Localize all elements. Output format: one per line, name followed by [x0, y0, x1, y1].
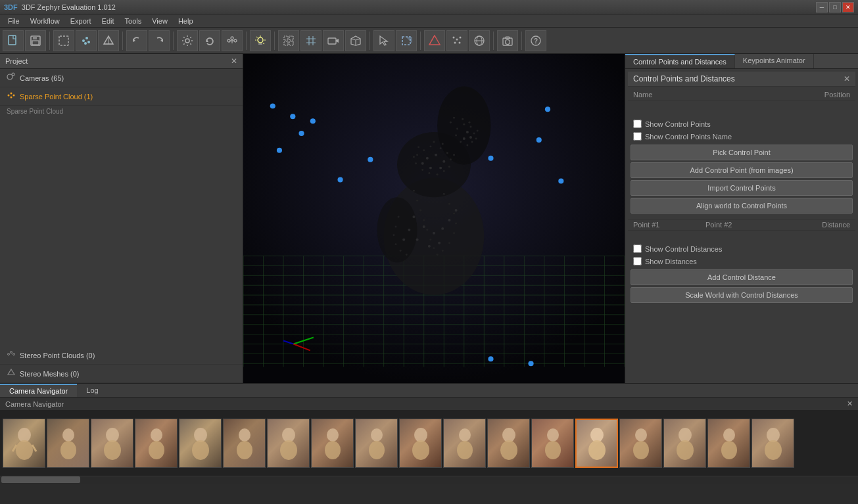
- cam-thumb-2[interactable]: [47, 419, 89, 468]
- svg-point-153: [469, 136, 472, 139]
- import-control-points-button[interactable]: Import Control Points: [631, 180, 853, 196]
- svg-point-103: [421, 169, 423, 171]
- sparse-cloud-item[interactable]: Sparse Point Cloud (1): [0, 87, 243, 106]
- undo-button[interactable]: [126, 30, 147, 51]
- cam-thumb-11[interactable]: [443, 419, 486, 468]
- cam-thumb-4[interactable]: [135, 419, 178, 468]
- cam-thumb-12[interactable]: [487, 419, 530, 468]
- cam-thumb-7[interactable]: [267, 419, 310, 468]
- tab-control-points[interactable]: Control Points and Distances: [625, 54, 735, 68]
- camera-button[interactable]: [323, 30, 344, 51]
- cam-thumb-17[interactable]: [707, 419, 750, 468]
- cam-thumb-9[interactable]: [355, 419, 398, 468]
- add-control-distance-button[interactable]: Add Control Distance: [631, 269, 853, 285]
- cam-thumb-14[interactable]: [575, 419, 618, 468]
- svg-point-218: [767, 428, 780, 442]
- right-tabs: Control Points and Distances Keypoints A…: [625, 54, 858, 69]
- cam-thumb-3[interactable]: [91, 419, 133, 468]
- project-close-button[interactable]: ✕: [231, 57, 237, 66]
- menu-workflow[interactable]: Workflow: [25, 14, 65, 28]
- menu-export[interactable]: Export: [65, 14, 97, 28]
- cam-thumb-15[interactable]: [619, 419, 662, 468]
- cameras-item[interactable]: Cameras (65): [0, 69, 243, 87]
- cam-thumb-6[interactable]: [223, 419, 266, 468]
- scale-world-button[interactable]: Scale World with Control Distances: [631, 287, 853, 303]
- tab-camera-navigator[interactable]: Camera Navigator: [0, 384, 77, 397]
- redo-button[interactable]: [149, 30, 170, 51]
- box-button[interactable]: [345, 30, 366, 51]
- show-distances-label: Show Distances: [645, 258, 697, 265]
- show-control-points-checkbox[interactable]: [633, 120, 642, 128]
- connect-button[interactable]: [222, 30, 243, 51]
- tab-log[interactable]: Log: [77, 384, 107, 396]
- point-cloud-button[interactable]: [76, 30, 97, 51]
- cam-thumb-8[interactable]: [311, 419, 354, 468]
- cam-thumb-1[interactable]: [3, 419, 45, 468]
- minimize-button[interactable]: ─: [816, 2, 828, 12]
- toolbar-sep-4: [246, 32, 247, 50]
- select-button[interactable]: [53, 30, 74, 51]
- view-points-button[interactable]: [278, 30, 299, 51]
- new-project-button[interactable]: [3, 30, 24, 51]
- mesh-button[interactable]: [98, 30, 119, 51]
- distance-header: Distance: [778, 221, 850, 229]
- svg-point-145: [426, 157, 429, 160]
- toolbar-sep-3: [173, 32, 174, 50]
- camera-photo-button[interactable]: [497, 30, 518, 51]
- cam-thumb-18[interactable]: [751, 419, 794, 468]
- maximize-button[interactable]: □: [829, 2, 841, 12]
- cam-nav-close-button[interactable]: ✕: [847, 400, 853, 408]
- stereo-meshes-item[interactable]: Stereo Meshes (0): [0, 365, 243, 383]
- menu-edit[interactable]: Edit: [97, 14, 120, 28]
- svg-point-168: [290, 114, 295, 119]
- show-control-points-name-row: Show Control Points Name: [628, 130, 855, 143]
- distance-table-header: Point #1 Point #2 Distance: [628, 219, 855, 231]
- svg-point-48: [8, 95, 10, 97]
- svg-point-202: [414, 428, 427, 442]
- panel-close-button[interactable]: ✕: [844, 74, 850, 83]
- wireframe-button[interactable]: [424, 30, 445, 51]
- help-button[interactable]: ?: [525, 30, 546, 51]
- cursor-button[interactable]: [373, 30, 394, 51]
- cam-thumb-10[interactable]: [399, 419, 442, 468]
- svg-point-126: [419, 210, 421, 212]
- svg-point-47: [12, 73, 14, 76]
- points-button[interactable]: [446, 30, 467, 51]
- add-control-point-button[interactable]: Add Control Point (from images): [631, 162, 853, 178]
- menu-file[interactable]: File: [3, 14, 25, 28]
- show-control-points-name-checkbox[interactable]: [633, 132, 642, 141]
- close-button[interactable]: ✕: [842, 2, 854, 12]
- svg-point-116: [460, 141, 462, 143]
- tab-keypoints-animator[interactable]: Keypoints Animator: [735, 54, 814, 68]
- menu-help[interactable]: Help: [173, 14, 199, 28]
- titlebar-controls[interactable]: ─ □ ✕: [816, 2, 854, 12]
- svg-rect-2: [33, 36, 37, 39]
- selection-box-button[interactable]: [396, 30, 417, 51]
- stereo-clouds-item[interactable]: Stereo Point Clouds (0): [0, 346, 243, 365]
- pick-control-point-button[interactable]: Pick Control Point: [631, 145, 853, 160]
- grid-button[interactable]: [300, 30, 322, 51]
- svg-point-194: [239, 428, 250, 442]
- show-control-distances-checkbox[interactable]: [633, 244, 642, 253]
- show-distances-checkbox[interactable]: [633, 257, 642, 265]
- cam-thumb-5[interactable]: [179, 419, 222, 468]
- align-world-button[interactable]: Align world to Control Points: [631, 198, 853, 214]
- svg-point-173: [488, 356, 493, 361]
- menu-tools[interactable]: Tools: [120, 14, 147, 28]
- menu-view[interactable]: View: [147, 14, 173, 28]
- show-control-distances-label: Show Control Distances: [645, 245, 722, 253]
- svg-point-106: [417, 146, 419, 148]
- 3d-scene[interactable]: [243, 54, 625, 383]
- save-button[interactable]: [25, 30, 46, 51]
- cam-thumbnails[interactable]: [0, 411, 858, 475]
- viewport[interactable]: [243, 54, 625, 383]
- sphere-button[interactable]: [469, 30, 490, 51]
- settings-button[interactable]: [177, 30, 198, 51]
- refresh-button[interactable]: [199, 30, 220, 51]
- cam-thumb-16[interactable]: [663, 419, 706, 468]
- svg-point-143: [400, 250, 402, 252]
- light-button[interactable]: [250, 30, 271, 51]
- horizontal-scrollbar[interactable]: [0, 475, 858, 483]
- menubar: File Workflow Export Edit Tools View Hel…: [0, 14, 858, 28]
- cam-thumb-13[interactable]: [531, 419, 574, 468]
